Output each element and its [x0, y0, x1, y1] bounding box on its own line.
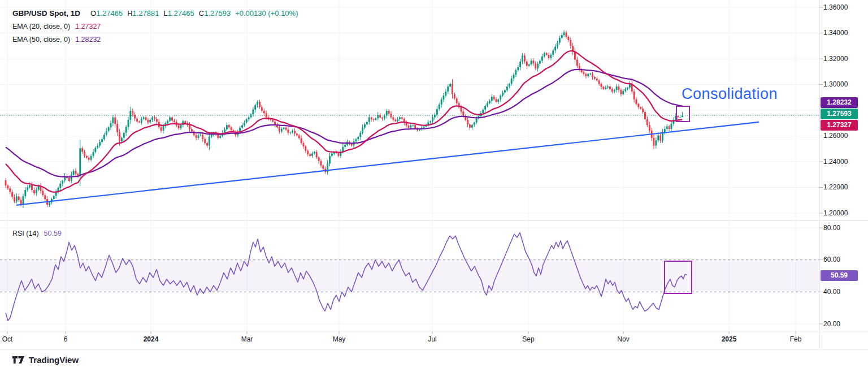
- time-axis-label: 2024: [131, 335, 171, 343]
- time-axis-label: 6: [46, 335, 85, 343]
- tradingview-logo-text: TradingView: [29, 355, 79, 365]
- time-axis-label: Jul: [413, 335, 452, 343]
- time-axis-label: Oct: [0, 335, 27, 343]
- time-axis-label: Feb: [776, 335, 815, 343]
- time-axis-label: Sep: [509, 335, 548, 343]
- tradingview-logo[interactable]: TradingView: [12, 355, 79, 365]
- chart-window: GBP/USD Spot, 1DO1.27465H1.27881L1.27465…: [0, 0, 868, 372]
- time-axis-label: May: [319, 335, 359, 343]
- time-axis-label: Nov: [604, 335, 643, 343]
- time-axis-label: Mar: [227, 335, 267, 343]
- time-axis-label: 2025: [709, 335, 749, 343]
- tradingview-logo-icon: [12, 355, 25, 365]
- time-axis[interactable]: Oct62024MarMayJulSepNov2025Feb: [0, 0, 868, 372]
